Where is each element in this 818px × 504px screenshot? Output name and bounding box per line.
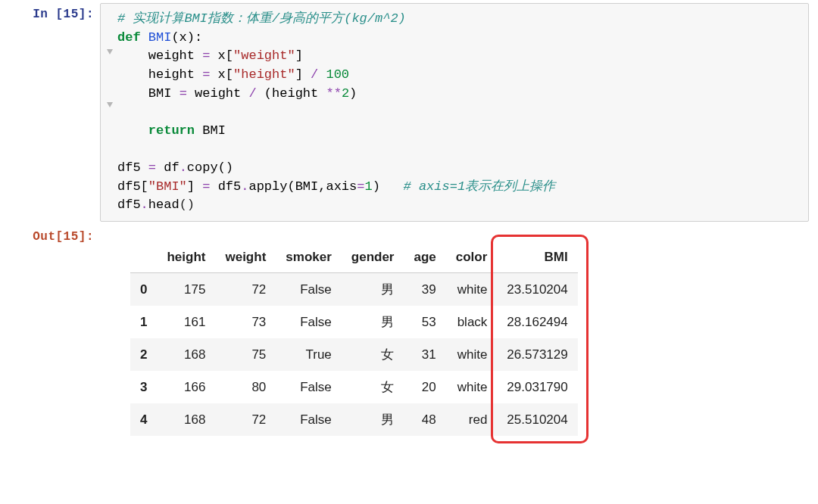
row-index: 0 bbox=[130, 273, 157, 306]
cell: white bbox=[446, 273, 498, 306]
output-prompt: Out[15]: bbox=[9, 226, 100, 244]
cell: False bbox=[276, 306, 341, 338]
code-text: x[ bbox=[210, 67, 233, 82]
table-row: 416872False男48red25.510204 bbox=[130, 403, 578, 436]
cell: 26.573129 bbox=[497, 338, 577, 371]
code-text: head bbox=[148, 198, 180, 212]
cell: False bbox=[276, 371, 341, 403]
code-text: df5 bbox=[117, 160, 148, 175]
op-dot: . bbox=[180, 160, 187, 175]
op-exp: ** bbox=[326, 86, 341, 101]
output-body: heightweightsmokergenderagecolorBMI 0175… bbox=[100, 226, 809, 436]
column-header: color bbox=[446, 242, 498, 273]
kw-return: return bbox=[117, 123, 195, 138]
cell: False bbox=[276, 403, 341, 436]
cell: 23.510204 bbox=[497, 273, 577, 306]
cell: 168 bbox=[157, 338, 215, 371]
code-text: BMI bbox=[195, 123, 226, 138]
cell: 166 bbox=[157, 371, 215, 403]
op-div: / bbox=[248, 86, 256, 101]
op-assign: = bbox=[357, 179, 364, 194]
table-header-row: heightweightsmokergenderagecolorBMI bbox=[130, 242, 578, 273]
cell: 28.162494 bbox=[497, 306, 577, 338]
code-text: df5 bbox=[210, 179, 241, 194]
cell: 39 bbox=[404, 273, 445, 306]
code-text: (x): bbox=[171, 30, 202, 45]
cell: 男 bbox=[342, 403, 404, 436]
code-text: weight bbox=[187, 86, 249, 101]
kw-def: def bbox=[117, 30, 141, 45]
code-text: ) bbox=[349, 86, 357, 101]
str-literal: "BMI" bbox=[148, 179, 187, 194]
cell: False bbox=[276, 273, 341, 306]
cell: 80 bbox=[215, 371, 276, 403]
row-index: 2 bbox=[130, 338, 157, 371]
code-comment: # 实现计算BMI指数：体重/身高的平方(kg/m^2) bbox=[117, 11, 406, 26]
op-assign: = bbox=[180, 86, 187, 101]
cell: 73 bbox=[215, 306, 276, 338]
cell: 女 bbox=[342, 371, 404, 403]
code-text bbox=[318, 67, 326, 82]
cell: 31 bbox=[404, 338, 445, 371]
code-text: apply(BMI,axis bbox=[248, 179, 357, 194]
code-text: x[ bbox=[210, 48, 233, 63]
fn-name: BMI bbox=[148, 30, 172, 45]
cell: 161 bbox=[157, 306, 215, 338]
cell: 175 bbox=[157, 273, 215, 306]
cell: 72 bbox=[215, 403, 276, 436]
code-text: (height bbox=[257, 86, 326, 101]
fold-arrow-icon[interactable] bbox=[107, 49, 113, 54]
op-assign: = bbox=[202, 48, 210, 63]
cell: 48 bbox=[404, 403, 445, 436]
column-header: gender bbox=[342, 242, 404, 273]
output-cell: Out[15]: heightweightsmokergenderagecolo… bbox=[9, 226, 809, 436]
code-body[interactable]: # 实现计算BMI指数：体重/身高的平方(kg/m^2) def BMI(x):… bbox=[117, 10, 799, 215]
column-header: smoker bbox=[276, 242, 341, 273]
code-text: weight bbox=[117, 48, 202, 63]
code-text: ] bbox=[295, 67, 311, 82]
input-prompt: In [15]: bbox=[9, 3, 100, 21]
str-literal: "height" bbox=[233, 67, 295, 82]
cell: 男 bbox=[342, 306, 404, 338]
str-literal: "weight" bbox=[233, 48, 295, 63]
table-row: 316680False女20white29.031790 bbox=[130, 371, 578, 403]
column-header: age bbox=[404, 242, 445, 273]
op-div: / bbox=[311, 67, 318, 82]
paren: () bbox=[180, 198, 195, 212]
table-row: 116173False男53black28.162494 bbox=[130, 306, 578, 338]
op-assign: = bbox=[202, 67, 210, 82]
cell: 男 bbox=[342, 273, 404, 306]
cell: black bbox=[446, 306, 498, 338]
cell: 53 bbox=[404, 306, 445, 338]
code-text: df5 bbox=[117, 198, 141, 212]
cell: 女 bbox=[342, 338, 404, 371]
fold-gutter bbox=[105, 10, 117, 215]
row-index: 4 bbox=[130, 403, 157, 436]
cell: 168 bbox=[157, 403, 215, 436]
fold-arrow-icon[interactable] bbox=[107, 102, 113, 107]
column-header: BMI bbox=[497, 242, 577, 273]
code-text bbox=[117, 104, 148, 119]
code-text: df5[ bbox=[117, 179, 148, 194]
cell: 25.510204 bbox=[497, 403, 577, 436]
input-cell: In [15]: # 实现计算BMI指数：体重/身高的平方(kg/m^2) de… bbox=[9, 3, 809, 222]
column-header: weight bbox=[215, 242, 276, 273]
op-dot: . bbox=[241, 179, 248, 194]
code-text: BMI bbox=[117, 86, 180, 101]
num-literal: 1 bbox=[364, 179, 372, 194]
cell: 29.031790 bbox=[497, 371, 577, 403]
cell: 75 bbox=[215, 338, 276, 371]
code-text: copy() bbox=[187, 160, 233, 175]
cell: white bbox=[446, 338, 498, 371]
table-row: 017572False男39white23.510204 bbox=[130, 273, 578, 306]
code-editor[interactable]: # 实现计算BMI指数：体重/身高的平方(kg/m^2) def BMI(x):… bbox=[100, 3, 809, 222]
row-index: 1 bbox=[130, 306, 157, 338]
cell: 20 bbox=[404, 371, 445, 403]
code-text: height bbox=[117, 67, 202, 82]
cell: white bbox=[446, 371, 498, 403]
op-assign: = bbox=[148, 160, 156, 175]
code-text: ] bbox=[187, 179, 202, 194]
cell: True bbox=[276, 338, 341, 371]
table-row: 216875True女31white26.573129 bbox=[130, 338, 578, 371]
code-text: df bbox=[156, 160, 180, 175]
